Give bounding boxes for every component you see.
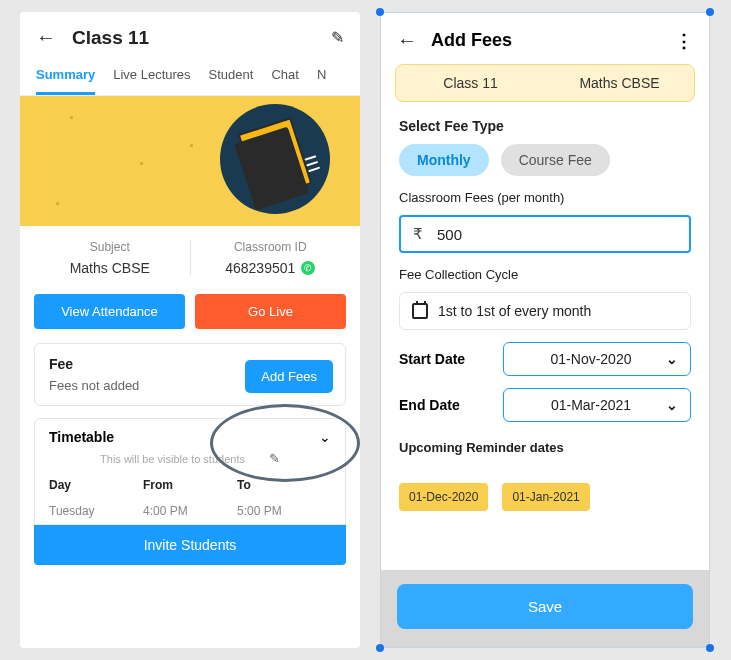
chevron-down-icon[interactable]: ⌄ <box>319 429 331 445</box>
selection-handle <box>376 644 384 652</box>
chip-subject: Maths CBSE <box>545 75 694 91</box>
rupee-icon: ₹ <box>413 225 423 243</box>
fee-type-monthly[interactable]: Monthly <box>399 144 489 176</box>
calendar-icon <box>412 303 428 319</box>
fee-card: Fee Fees not added Add Fees <box>34 343 346 406</box>
fee-cycle-select[interactable]: 1st to 1st of every month <box>399 292 691 330</box>
fee-type-course[interactable]: Course Fee <box>501 144 610 176</box>
timetable-card: Timetable ⌄ This will be visible to stud… <box>34 418 346 525</box>
add-fees-button[interactable]: Add Fees <box>245 360 333 393</box>
go-live-button[interactable]: Go Live <box>195 294 346 329</box>
invite-students-button[interactable]: Invite Students <box>34 525 346 565</box>
tab-student[interactable]: Student <box>209 59 254 95</box>
selection-handle <box>706 8 714 16</box>
start-date-label: Start Date <box>399 351 489 367</box>
chevron-down-icon: ⌄ <box>666 397 678 413</box>
selection-handle <box>706 644 714 652</box>
class-info: Subject Maths CBSE Classroom ID 46823950… <box>20 226 360 288</box>
subject-value: Maths CBSE <box>30 260 190 276</box>
header: ← Add Fees ⋮ <box>381 13 709 64</box>
header: ← Class 11 ✎ <box>20 12 360 59</box>
timetable-note: This will be visible to students <box>100 453 245 465</box>
classroom-id-value: 468239501 <box>225 260 295 276</box>
classroom-fees-label: Classroom Fees (per month) <box>399 190 691 205</box>
selection-handle <box>376 8 384 16</box>
page-title: Add Fees <box>431 30 661 51</box>
chevron-down-icon: ⌄ <box>666 351 678 367</box>
class-detail-screen: ← Class 11 ✎ Summary Live Lectures Stude… <box>20 12 360 648</box>
view-attendance-button[interactable]: View Attendance <box>34 294 185 329</box>
save-button[interactable]: Save <box>397 584 693 629</box>
edit-icon[interactable]: ✎ <box>331 28 344 47</box>
fee-cycle-value: 1st to 1st of every month <box>438 303 591 319</box>
fee-amount-input[interactable] <box>437 226 677 243</box>
timetable-title: Timetable <box>49 429 319 445</box>
table-row: Tuesday 4:00 PM 5:00 PM <box>49 498 331 524</box>
more-icon[interactable]: ⋮ <box>675 30 693 52</box>
tab-summary[interactable]: Summary <box>36 59 95 95</box>
whatsapp-icon[interactable]: ✆ <box>301 261 315 275</box>
chip-class: Class 11 <box>396 75 545 91</box>
subject-label: Subject <box>30 240 190 254</box>
save-footer: Save <box>381 570 709 647</box>
page-title: Class 11 <box>72 27 315 49</box>
end-date-value: 01-Mar-2021 <box>516 397 666 413</box>
start-date-select[interactable]: 01-Nov-2020 ⌄ <box>503 342 691 376</box>
edit-timetable-icon[interactable]: ✎ <box>269 451 280 466</box>
back-icon[interactable]: ← <box>397 29 417 52</box>
row-from: 4:00 PM <box>143 504 237 518</box>
reminder-chip: 01-Dec-2020 <box>399 483 488 511</box>
reminder-dates-label: Upcoming Reminder dates <box>399 440 691 455</box>
tabs: Summary Live Lectures Student Chat N <box>20 59 360 96</box>
hero-banner <box>20 96 360 226</box>
col-day: Day <box>49 478 143 492</box>
classroom-id-label: Classroom ID <box>191 240 351 254</box>
book-icon <box>220 104 330 214</box>
col-from: From <box>143 478 237 492</box>
action-buttons: View Attendance Go Live <box>20 288 360 343</box>
fee-amount-field[interactable]: ₹ <box>399 215 691 253</box>
row-to: 5:00 PM <box>237 504 331 518</box>
end-date-label: End Date <box>399 397 489 413</box>
col-to: To <box>237 478 331 492</box>
reminder-chip: 01-Jan-2021 <box>502 483 589 511</box>
back-icon[interactable]: ← <box>36 26 56 49</box>
tab-chat[interactable]: Chat <box>271 59 298 95</box>
fee-cycle-label: Fee Collection Cycle <box>399 267 691 282</box>
start-date-value: 01-Nov-2020 <box>516 351 666 367</box>
add-fees-screen: ← Add Fees ⋮ Class 11 Maths CBSE Select … <box>380 12 710 648</box>
context-chip: Class 11 Maths CBSE <box>395 64 695 102</box>
row-day: Tuesday <box>49 504 143 518</box>
end-date-select[interactable]: 01-Mar-2021 ⌄ <box>503 388 691 422</box>
tab-more[interactable]: N <box>317 59 326 95</box>
select-fee-type-label: Select Fee Type <box>399 118 691 134</box>
tab-live-lectures[interactable]: Live Lectures <box>113 59 190 95</box>
